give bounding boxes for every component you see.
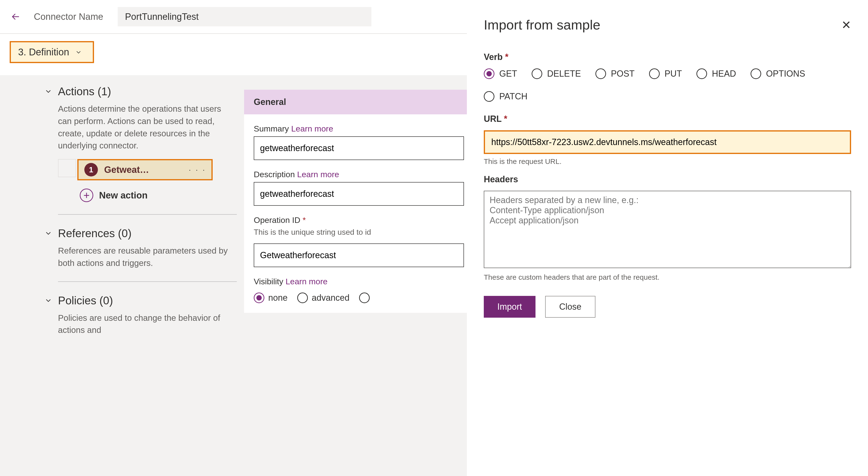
new-action-button[interactable]: + New action xyxy=(80,188,237,202)
step-definition-button[interactable]: 3. Definition xyxy=(10,41,94,63)
headers-textarea[interactable] xyxy=(484,191,851,268)
visibility-radio-none[interactable]: none xyxy=(254,293,287,303)
plus-icon: + xyxy=(80,188,93,202)
back-arrow-icon[interactable] xyxy=(10,11,22,23)
operation-id-input[interactable] xyxy=(254,243,464,267)
headers-help: These are custom headers that are part o… xyxy=(484,273,851,281)
general-header: General xyxy=(244,90,474,114)
references-header[interactable]: References (0) xyxy=(43,227,237,240)
verb-label: Verb * xyxy=(484,52,851,62)
verb-radio-put[interactable]: PUT xyxy=(649,68,682,79)
visibility-radio-extra[interactable] xyxy=(359,293,370,303)
chevron-down-icon xyxy=(43,87,53,96)
verb-radio-delete[interactable]: DELETE xyxy=(532,68,581,79)
chevron-down-icon xyxy=(43,296,53,305)
visibility-radio-advanced[interactable]: advanced xyxy=(297,293,349,303)
visibility-learn-more-link[interactable]: Learn more xyxy=(286,277,328,286)
references-desc: References are reusable parameters used … xyxy=(43,245,237,269)
policies-desc: Policies are used to change the behavior… xyxy=(43,312,237,336)
description-learn-more-link[interactable]: Learn more xyxy=(297,170,339,179)
policies-header[interactable]: Policies (0) xyxy=(43,294,237,307)
actions-desc: Actions determine the operations that us… xyxy=(43,103,237,152)
divider xyxy=(58,281,237,282)
verb-radio-patch[interactable]: PATCH xyxy=(484,91,528,102)
visibility-label: Visibility Learn more xyxy=(254,277,464,286)
step-label: 3. Definition xyxy=(18,47,69,58)
operation-id-label: Operation ID * xyxy=(254,215,464,225)
description-input[interactable] xyxy=(254,182,464,206)
action-item-getweather[interactable]: 1 Getweat… · · · xyxy=(77,159,213,180)
url-help: This is the request URL. xyxy=(484,157,851,166)
verb-radio-post[interactable]: POST xyxy=(595,68,634,79)
chevron-down-icon xyxy=(75,49,82,56)
divider xyxy=(58,214,237,215)
close-button[interactable]: Close xyxy=(545,296,595,318)
panel-title: Import from sample xyxy=(484,17,600,33)
import-from-sample-panel: Import from sample ✕ Verb * GETDELETEPOS… xyxy=(467,0,868,476)
actions-header[interactable]: Actions (1) xyxy=(43,85,237,98)
action-index-badge: 1 xyxy=(84,163,98,176)
url-input[interactable] xyxy=(484,130,851,154)
verb-radio-options[interactable]: OPTIONS xyxy=(750,68,805,79)
summary-input[interactable] xyxy=(254,136,464,160)
operation-id-help: This is the unique string used to id xyxy=(254,228,464,237)
url-label: URL * xyxy=(484,114,851,124)
more-icon[interactable]: · · · xyxy=(189,166,206,174)
verb-radio-head[interactable]: HEAD xyxy=(696,68,736,79)
action-checkbox[interactable] xyxy=(58,159,76,177)
chevron-down-icon xyxy=(43,229,53,238)
import-button[interactable]: Import xyxy=(484,296,535,318)
connector-name-label: Connector Name xyxy=(34,11,103,22)
headers-label: Headers xyxy=(484,174,851,184)
description-label: Description Learn more xyxy=(254,170,464,179)
verb-radio-group: GETDELETEPOSTPUTHEADOPTIONSPATCH xyxy=(484,68,851,102)
close-icon[interactable]: ✕ xyxy=(841,18,851,32)
summary-learn-more-link[interactable]: Learn more xyxy=(291,124,333,133)
action-label: Getweat… xyxy=(104,165,182,175)
summary-label: Summary Learn more xyxy=(254,124,464,133)
connector-name-input[interactable] xyxy=(118,7,371,26)
verb-radio-get[interactable]: GET xyxy=(484,68,517,79)
